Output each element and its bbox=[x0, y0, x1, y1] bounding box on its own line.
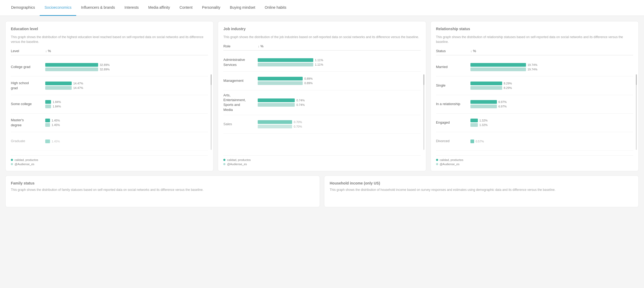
legend-item-secondary: @Audiense_es bbox=[223, 163, 420, 166]
relationship-col-sort[interactable]: ↓ % bbox=[470, 49, 476, 53]
bar-value-secondary: 1.84% bbox=[53, 105, 61, 108]
bar-value-primary: 32.89% bbox=[100, 63, 110, 66]
bar-value-secondary: 0.89% bbox=[304, 82, 312, 85]
bar-value-primary: 0.57% bbox=[476, 140, 484, 143]
scroll-indicator[interactable] bbox=[211, 74, 212, 150]
bar-primary bbox=[470, 100, 497, 104]
bar-value-secondary: 0.74% bbox=[296, 103, 305, 106]
nav-item-influencers[interactable]: Influencers & brands bbox=[76, 0, 120, 16]
bar-row-secondary: 1.45% bbox=[45, 123, 208, 127]
bar-value-primary: 1.32% bbox=[479, 119, 488, 122]
education-col-sort[interactable]: ↓ % bbox=[45, 49, 51, 53]
job-card: Job industry This graph shows the distri… bbox=[218, 21, 426, 171]
legend-label-primary: calidad, productos bbox=[227, 158, 251, 161]
legend-item-secondary: @Audiense_es bbox=[11, 163, 208, 166]
bar-value-primary: 0.74% bbox=[296, 99, 305, 102]
education-col-label: Level bbox=[11, 49, 45, 53]
bar-row-secondary: 0.70% bbox=[258, 125, 420, 128]
bar-value-secondary: 14.47% bbox=[73, 86, 83, 89]
relationship-card: Relationship status This graph shows the… bbox=[430, 21, 639, 171]
bar-row-primary: 6.97% bbox=[470, 100, 633, 104]
bar-value-primary: 14.47% bbox=[73, 82, 83, 85]
table-row: Management 0.89% 0.89% bbox=[223, 72, 420, 90]
bottom-cards-row: Family status This graph shows the distr… bbox=[5, 176, 639, 207]
bar-row-primary: 32.89% bbox=[45, 63, 208, 67]
bar-secondary bbox=[45, 123, 50, 127]
job-col-label: Role bbox=[223, 44, 258, 48]
education-card: Education level This graph shows the dis… bbox=[5, 21, 214, 171]
bar-value-primary: 1.11% bbox=[315, 58, 323, 62]
table-row: High schoolgrad 14.47% 14.47% bbox=[11, 76, 208, 95]
row-label: Graduate bbox=[11, 139, 45, 143]
bar-value-primary: 1.45% bbox=[52, 140, 60, 143]
bar-primary bbox=[470, 119, 478, 122]
table-row: Arts,Entertainment,Sports andMedia 0.74%… bbox=[223, 90, 420, 115]
scroll-indicator[interactable] bbox=[423, 74, 424, 150]
job-data-rows: AdministrativeServices 1.11% 1.11% bbox=[223, 53, 420, 151]
bar-row-primary: 1.45% bbox=[45, 119, 208, 122]
row-label: Divorced bbox=[436, 139, 470, 143]
bar-row-secondary: 1.84% bbox=[45, 105, 208, 108]
row-label: Sales bbox=[223, 122, 258, 127]
nav-item-interests[interactable]: Interests bbox=[120, 0, 144, 16]
bar-value-secondary: 32.89% bbox=[100, 68, 110, 71]
bar-row-secondary: 19.74% bbox=[470, 68, 633, 71]
relationship-table-header: Status ↓ % bbox=[436, 49, 633, 55]
family-description: This graph shows the distribution of fam… bbox=[11, 187, 314, 192]
nav-item-online-habits[interactable]: Online habits bbox=[260, 0, 291, 16]
bar-primary bbox=[45, 119, 50, 122]
bar-row-primary: 1.84% bbox=[45, 100, 208, 104]
bar-secondary bbox=[258, 81, 303, 85]
bar-primary bbox=[258, 120, 292, 124]
nav-item-buying-mindset[interactable]: Buying mindset bbox=[225, 0, 260, 16]
row-label: In a relationship bbox=[436, 102, 470, 106]
row-label: Master'sdegree bbox=[11, 118, 45, 127]
bar-primary bbox=[470, 63, 526, 67]
bar-group: 0.89% 0.89% bbox=[258, 77, 420, 85]
legend-label-primary: calidad, productos bbox=[15, 158, 38, 161]
education-table-header: Level ↓ % bbox=[11, 49, 208, 55]
household-title: Household income (only US) bbox=[330, 181, 633, 185]
bar-secondary bbox=[45, 68, 98, 71]
legend-dot-secondary bbox=[11, 163, 13, 165]
bar-primary bbox=[470, 140, 474, 143]
legend-item-primary: calidad, productos bbox=[11, 158, 208, 161]
scroll-thumb bbox=[211, 74, 212, 85]
job-legend: calidad, productos @Audiense_es bbox=[223, 155, 420, 166]
scroll-indicator[interactable] bbox=[636, 74, 637, 150]
row-label: AdministrativeServices bbox=[223, 57, 258, 67]
bar-secondary bbox=[470, 86, 502, 90]
bar-group: 1.45% 1.45% bbox=[45, 119, 208, 127]
job-description: This graph shows the distribution of the… bbox=[223, 35, 420, 39]
top-cards-row: Education level This graph shows the dis… bbox=[5, 21, 639, 171]
bar-row-secondary: 6.97% bbox=[470, 105, 633, 108]
bar-secondary bbox=[470, 68, 526, 71]
education-title: Education level bbox=[11, 27, 208, 31]
bar-row-secondary: 14.47% bbox=[45, 86, 208, 90]
bar-value-primary: 0.89% bbox=[304, 77, 312, 80]
education-legend: calidad, productos @Audiense_es bbox=[11, 155, 208, 166]
nav-item-media-affinity[interactable]: Media affinity bbox=[143, 0, 175, 16]
bar-row-primary: 0.57% bbox=[470, 140, 633, 143]
legend-dot-primary bbox=[436, 159, 438, 161]
sort-down-icon: ↓ bbox=[45, 49, 47, 53]
bar-group: 1.45% bbox=[45, 140, 208, 143]
nav-bar: Demographics Socioeconomics Influencers … bbox=[0, 0, 644, 16]
nav-item-socioeconomics[interactable]: Socioeconomics bbox=[40, 0, 76, 16]
nav-item-content[interactable]: Content bbox=[175, 0, 197, 16]
relationship-legend: calidad, productos @Audiense_es bbox=[436, 155, 633, 166]
table-row: Sales 0.70% 0.70% bbox=[223, 115, 420, 134]
bar-value-primary: 8.29% bbox=[504, 82, 512, 85]
nav-item-personality[interactable]: Personality bbox=[197, 0, 225, 16]
family-title: Family status bbox=[11, 181, 314, 185]
legend-label-secondary: @Audiense_es bbox=[440, 163, 460, 166]
bar-primary bbox=[258, 58, 313, 62]
bar-row-secondary: 1.11% bbox=[258, 63, 420, 66]
bar-group: 14.47% 14.47% bbox=[45, 82, 208, 90]
bar-group: 32.89% 32.89% bbox=[45, 63, 208, 71]
job-col-sort[interactable]: ↓ % bbox=[258, 44, 264, 48]
table-row: Some college 1.84% 1.84% bbox=[11, 95, 208, 114]
table-row: AdministrativeServices 1.11% 1.11% bbox=[223, 53, 420, 72]
bar-row-primary: 1.11% bbox=[258, 58, 420, 62]
nav-item-demographics[interactable]: Demographics bbox=[6, 0, 40, 16]
